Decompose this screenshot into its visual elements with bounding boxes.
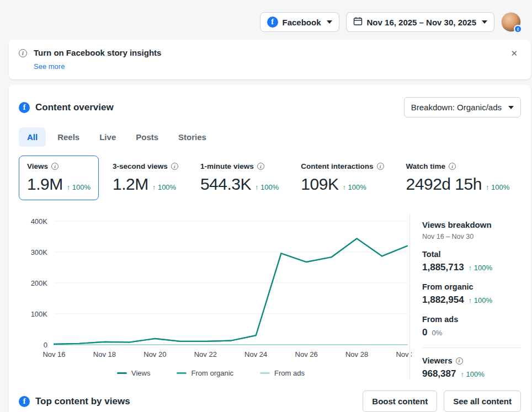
info-icon[interactable]: i	[171, 163, 178, 170]
legend-views: Views	[117, 369, 150, 377]
up-arrow-icon: ↑	[469, 264, 472, 272]
legend-from-ads: From ads	[260, 369, 305, 377]
platform-selector[interactable]: f Facebook	[260, 12, 339, 32]
metric-card-1-minute-views[interactable]: 1-minute viewsi 544.3K ↑ 100%	[192, 156, 287, 200]
info-icon[interactable]: i	[51, 163, 58, 170]
metric-value: 109K	[301, 175, 338, 194]
metric-change: ↑ 100%	[255, 183, 279, 191]
see-more-link[interactable]: See more	[34, 62, 65, 71]
views-line-chart: 0100K200K300K400KNov 16Nov 18Nov 20Nov 2…	[19, 213, 403, 379]
svg-text:Nov 20: Nov 20	[143, 350, 166, 359]
up-arrow-icon: ↑	[152, 183, 156, 191]
metric-cards: Viewsi 1.9M ↑ 100% 3-second viewsi 1.2M …	[19, 156, 521, 200]
metric-change: ↑ 100%	[152, 183, 176, 191]
content-type-tabs: All Reels Live Posts Stories	[19, 127, 521, 147]
facebook-icon: f	[19, 102, 30, 113]
metric-value: 2492d 15h	[406, 175, 482, 194]
svg-text:Nov 26: Nov 26	[295, 350, 318, 359]
platform-label: Facebook	[283, 18, 321, 27]
close-icon[interactable]: ✕	[507, 48, 521, 58]
chevron-down-icon	[482, 20, 487, 24]
svg-text:Nov 24: Nov 24	[244, 350, 267, 359]
metric-change: ↑ 100%	[486, 183, 509, 191]
breakdown-item-viewers: Viewersi 968,387 ↑ 100%	[422, 347, 521, 379]
svg-text:300K: 300K	[31, 248, 48, 256]
breakdown-change: ↑ 100%	[469, 264, 492, 272]
story-insights-banner: i Turn on Facebook story insights See mo…	[9, 40, 531, 79]
metric-change: ↑ 100%	[342, 183, 366, 191]
boost-content-button[interactable]: Boost content	[363, 390, 437, 412]
tab-reels[interactable]: Reels	[49, 127, 88, 147]
breakdown-change: ↑ 100%	[469, 296, 492, 304]
tab-posts[interactable]: Posts	[127, 127, 167, 147]
content-overview-card: f Content overview Breakdown: Organic/ad…	[9, 85, 531, 412]
ads-line-swatch	[260, 372, 270, 374]
metric-card-3-second-views[interactable]: 3-second viewsi 1.2M ↑ 100%	[104, 156, 187, 200]
breakdown-item-from-ads: From ads 0 0%	[422, 315, 521, 338]
breakdown-value: 1,885,713	[422, 262, 464, 273]
topbar: f Facebook Nov 16, 2025 – Nov 30, 2025 f	[0, 0, 532, 39]
svg-text:Nov 18: Nov 18	[93, 350, 116, 359]
svg-text:Nov 16: Nov 16	[42, 350, 65, 359]
svg-text:100K: 100K	[31, 310, 48, 318]
tab-stories[interactable]: Stories	[170, 127, 215, 147]
tab-all[interactable]: All	[19, 127, 46, 147]
top-content-title: Top content by views	[35, 396, 130, 407]
chart-legend: Views From organic From ads	[19, 369, 403, 377]
info-icon[interactable]: i	[257, 163, 264, 170]
banner-title: Turn on Facebook story insights	[34, 48, 507, 57]
breakdown-title: Views breakdown	[422, 220, 521, 229]
chevron-down-icon	[508, 106, 514, 109]
legend-from-organic: From organic	[177, 369, 233, 377]
facebook-icon: f	[19, 396, 30, 407]
top-content-section: f Top content by views Boost content See…	[19, 390, 521, 412]
svg-text:Nov 28: Nov 28	[345, 350, 368, 359]
chevron-down-icon	[327, 20, 332, 24]
up-arrow-icon: ↑	[67, 183, 71, 191]
breakdown-selector[interactable]: Breakdown: Organic/ads	[404, 97, 521, 117]
breakdown-value: 968,387	[422, 368, 456, 379]
metric-change: ↑ 100%	[67, 183, 91, 191]
facebook-badge-icon: f	[514, 25, 522, 33]
metric-value: 1.2M	[113, 175, 148, 194]
breakdown-date-range: Nov 16 – Nov 30	[422, 233, 521, 240]
metric-value: 1.9M	[27, 175, 63, 194]
svg-text:400K: 400K	[31, 217, 48, 226]
views-line-swatch	[117, 372, 127, 374]
breakdown-change: ↑ 100%	[460, 370, 484, 378]
date-range-selector[interactable]: Nov 16, 2025 – Nov 30, 2025	[346, 12, 494, 32]
chart-canvas: 0100K200K300K400KNov 16Nov 18Nov 20Nov 2…	[19, 213, 412, 361]
facebook-icon: f	[267, 17, 278, 28]
calendar-icon	[353, 17, 363, 28]
breakdown-value: 1,882,954	[422, 295, 464, 306]
up-arrow-icon: ↑	[460, 370, 464, 378]
date-range-label: Nov 16, 2025 – Nov 30, 2025	[367, 18, 476, 27]
organic-line-swatch	[177, 372, 187, 374]
avatar[interactable]: f	[501, 12, 521, 32]
svg-text:200K: 200K	[31, 279, 48, 287]
up-arrow-icon: ↑	[255, 183, 259, 191]
info-icon[interactable]: i	[377, 163, 384, 170]
up-arrow-icon: ↑	[486, 183, 490, 191]
info-icon: i	[19, 49, 27, 57]
up-arrow-icon: ↑	[342, 183, 346, 191]
page-title: Content overview	[35, 102, 114, 113]
see-all-content-button[interactable]: See all content	[444, 390, 521, 412]
metric-card-content-interactions[interactable]: Content interactionsi 109K ↑ 100%	[292, 156, 392, 200]
breakdown-label: Breakdown: Organic/ads	[411, 103, 502, 112]
breakdown-change: 0%	[432, 329, 442, 337]
svg-text:0: 0	[44, 341, 47, 349]
breakdown-item-total: Total 1,885,713 ↑ 100%	[422, 250, 521, 273]
views-breakdown-panel: Views breakdown Nov 16 – Nov 30 Total 1,…	[409, 213, 521, 379]
info-icon[interactable]: i	[456, 357, 463, 365]
info-icon[interactable]: i	[449, 163, 456, 170]
tab-live[interactable]: Live	[91, 127, 124, 147]
breakdown-value: 0	[422, 327, 427, 338]
svg-text:Nov 22: Nov 22	[194, 350, 217, 359]
metric-card-watch-time[interactable]: Watch timei 2492d 15h ↑ 100%	[398, 156, 518, 200]
metric-value: 544.3K	[200, 175, 251, 194]
metric-card-views[interactable]: Viewsi 1.9M ↑ 100%	[19, 156, 99, 200]
up-arrow-icon: ↑	[469, 296, 472, 304]
breakdown-item-from-organic: From organic 1,882,954 ↑ 100%	[422, 282, 521, 306]
